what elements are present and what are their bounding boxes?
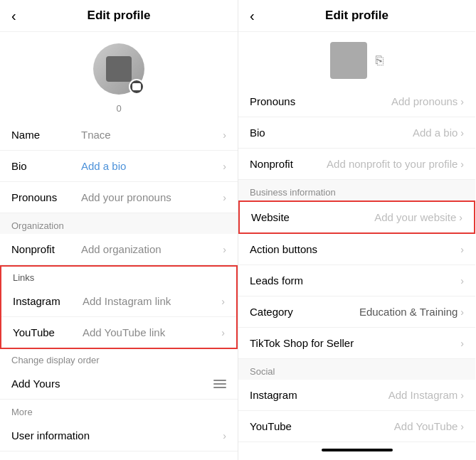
name-field[interactable]: Name Tnace › <box>0 119 238 151</box>
add-yours-label: Add Yours <box>11 378 213 390</box>
name-label: Name <box>11 129 75 141</box>
right-panel: ‹ Edit profile ⎘ Pronouns Add pronouns ›… <box>238 0 475 460</box>
right-youtube-value: Add YouTube <box>321 420 458 432</box>
right-instagram-field[interactable]: Instagram Add Instagram › <box>238 380 475 411</box>
right-avatar[interactable] <box>330 42 367 79</box>
youtube-link-field[interactable]: YouTube Add YouTube link › <box>1 317 236 348</box>
hamburger-icon <box>213 380 226 388</box>
organization-section-label: Organization <box>0 213 238 234</box>
bio-value: Add a bio <box>81 160 220 172</box>
user-information-field[interactable]: User information › <box>0 420 238 451</box>
name-value: Tnace <box>81 129 220 141</box>
action-buttons-chevron: › <box>460 244 464 255</box>
avatar-container[interactable] <box>93 43 144 95</box>
social-section-label: Social <box>238 359 475 380</box>
bio-chevron: › <box>223 161 226 172</box>
left-header-title: Edit profile <box>88 9 151 23</box>
nonprofit-field[interactable]: Nonprofit Add organization › <box>0 234 238 265</box>
leads-form-label: Leads form <box>250 274 321 287</box>
website-box: Website Add your website › <box>238 200 475 234</box>
user-information-chevron: › <box>223 430 226 442</box>
more-section-label: More <box>0 400 238 420</box>
hamburger-line-1 <box>213 380 226 381</box>
website-value: Add your website <box>322 211 456 223</box>
right-nonprofit-label: Nonprofit <box>250 158 321 170</box>
instagram-label: Instagram <box>13 295 77 307</box>
links-section-label: Links <box>1 267 236 286</box>
right-bio-field[interactable]: Bio Add a bio › <box>238 117 475 149</box>
user-information-label: User information <box>11 429 90 442</box>
pronouns-label: Pronouns <box>11 191 75 203</box>
instagram-value: Add Instagram link <box>83 295 218 307</box>
tiktok-shop-chevron: › <box>460 338 464 349</box>
camera-icon <box>132 83 141 90</box>
youtube-chevron: › <box>221 327 225 338</box>
action-buttons-field[interactable]: Action buttons › <box>238 234 475 265</box>
hamburger-line-3 <box>213 387 226 388</box>
right-avatar-section: ⎘ <box>238 32 475 86</box>
right-youtube-chevron: › <box>460 421 464 432</box>
left-panel: ‹ Edit profile 0 Name Tnace › Bio Add a … <box>0 0 238 460</box>
tiktok-shop-label: TikTok Shop for Seller <box>250 337 354 349</box>
name-chevron: › <box>223 129 226 141</box>
right-nonprofit-value: Add nonprofit to your profile <box>321 158 458 170</box>
right-bio-label: Bio <box>250 127 321 139</box>
right-pronouns-chevron: › <box>460 96 464 107</box>
right-header-title: Edit profile <box>325 9 388 23</box>
camera-badge[interactable] <box>129 79 144 95</box>
website-field[interactable]: Website Add your website › <box>240 202 474 232</box>
youtube-value: Add YouTube link <box>83 326 218 338</box>
change-order-label: Change display order <box>0 349 238 368</box>
left-header: ‹ Edit profile <box>0 0 238 32</box>
bio-label: Bio <box>11 160 75 172</box>
category-label: Category <box>250 306 321 318</box>
leads-form-chevron: › <box>460 275 464 287</box>
right-bio-chevron: › <box>460 127 464 139</box>
right-back-button[interactable]: ‹ <box>250 8 255 24</box>
nonprofit-chevron: › <box>223 244 226 255</box>
leads-form-field[interactable]: Leads form › <box>238 265 475 296</box>
right-instagram-value: Add Instagram <box>321 389 458 401</box>
category-field[interactable]: Category Education & Training › <box>238 296 475 328</box>
right-nonprofit-field[interactable]: Nonprofit Add nonprofit to your profile … <box>238 149 475 180</box>
avatar-section[interactable] <box>0 32 238 103</box>
business-section-label: Business information <box>238 180 475 200</box>
right-pronouns-label: Pronouns <box>250 95 321 107</box>
action-buttons-label: Action buttons <box>250 243 321 255</box>
right-instagram-chevron: › <box>460 390 464 401</box>
nonprofit-label: Nonprofit <box>11 243 75 255</box>
right-youtube-label: YouTube <box>250 420 321 432</box>
right-nonprofit-chevron: › <box>460 159 464 170</box>
avatar-image <box>106 56 132 82</box>
category-value: Education & Training <box>321 306 458 318</box>
right-header: ‹ Edit profile <box>238 0 475 32</box>
right-pronouns-value: Add pronouns <box>321 95 458 107</box>
instagram-chevron: › <box>221 296 225 307</box>
pronouns-field[interactable]: Pronouns Add your pronouns › <box>0 182 238 213</box>
website-label: Website <box>251 211 322 223</box>
pronouns-value: Add your pronouns <box>81 191 220 203</box>
category-chevron: › <box>460 306 464 318</box>
website-chevron: › <box>459 212 462 223</box>
add-yours-row[interactable]: Add Yours <box>0 368 238 400</box>
right-bio-value: Add a bio <box>321 127 458 139</box>
hamburger-line-2 <box>213 383 226 385</box>
tiktok-shop-field[interactable]: TikTok Shop for Seller › <box>238 328 475 359</box>
youtube-label: YouTube <box>13 326 77 338</box>
bio-field[interactable]: Bio Add a bio › <box>0 151 238 182</box>
nonprofit-value: Add organization <box>81 243 220 255</box>
right-youtube-field[interactable]: YouTube Add YouTube › <box>238 411 475 442</box>
links-box: Links Instagram Add Instagram link › You… <box>0 265 238 349</box>
right-instagram-label: Instagram <box>250 389 321 401</box>
copy-icon[interactable]: ⎘ <box>376 53 384 68</box>
right-home-indicator <box>322 449 393 451</box>
right-pronouns-field[interactable]: Pronouns Add pronouns › <box>238 86 475 117</box>
username-display: 0 <box>0 103 238 119</box>
instagram-link-field[interactable]: Instagram Add Instagram link › <box>1 286 236 317</box>
left-back-button[interactable]: ‹ <box>11 8 16 24</box>
pronouns-chevron: › <box>223 192 226 203</box>
